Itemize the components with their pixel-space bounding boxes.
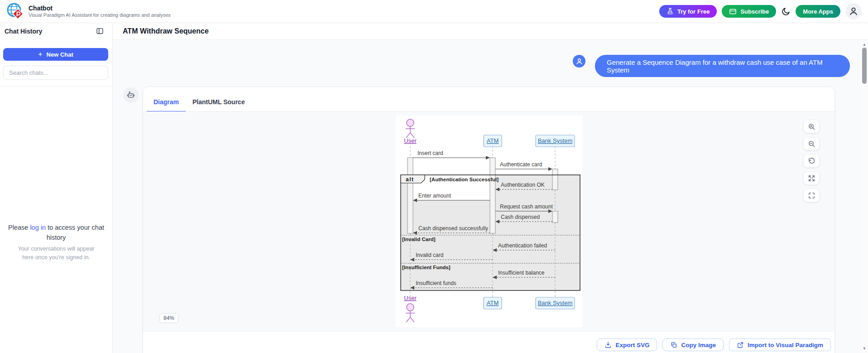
svg-text:Insufficient funds: Insufficient funds xyxy=(416,280,456,286)
vertical-scrollbar: ▲ ▼ xyxy=(861,40,868,353)
zoom-reset-button[interactable] xyxy=(803,154,820,168)
more-apps-button[interactable]: More Apps xyxy=(796,5,840,18)
sidebar-collapse-button[interactable] xyxy=(96,27,104,35)
svg-text:User: User xyxy=(404,295,417,301)
svg-text:Invalid card: Invalid card xyxy=(416,252,443,258)
panel-left-icon xyxy=(96,27,104,35)
copy-image-button[interactable]: Copy Image xyxy=(662,338,724,351)
zoom-controls xyxy=(803,120,820,202)
svg-text:ATM: ATM xyxy=(487,300,499,306)
dark-mode-toggle[interactable] xyxy=(781,7,791,16)
svg-text:Enter amount: Enter amount xyxy=(418,193,451,199)
tab-bar: Diagram PlantUML Source xyxy=(143,87,834,111)
export-svg-button[interactable]: Export SVG xyxy=(597,338,657,351)
svg-text:[Authentication Successful]: [Authentication Successful] xyxy=(430,177,499,182)
robot-icon xyxy=(126,90,136,100)
download-icon xyxy=(604,341,612,348)
login-subtext: Your conversations will appear here once… xyxy=(13,245,99,262)
svg-text:[Invalid Card]: [Invalid Card] xyxy=(402,237,436,242)
user-message-avatar xyxy=(573,55,585,68)
svg-text:alt: alt xyxy=(406,176,414,183)
svg-text:Authenticate card: Authenticate card xyxy=(500,161,542,168)
search-chats-input[interactable] xyxy=(3,66,108,80)
visual-paradigm-logo-icon xyxy=(6,2,24,20)
diagram-actions: Export SVG Copy Image xyxy=(143,332,834,353)
person-icon xyxy=(575,58,583,65)
svg-text:Insert card: Insert card xyxy=(417,150,443,156)
plus-icon: + xyxy=(38,51,42,58)
tab-diagram[interactable]: Diagram xyxy=(147,98,186,112)
svg-text:Bank System: Bank System xyxy=(538,137,573,144)
svg-text:Request cash amount: Request cash amount xyxy=(500,203,553,210)
new-chat-button[interactable]: + New Chat xyxy=(3,48,108,61)
zoom-out-icon xyxy=(808,140,815,148)
import-to-visual-paradigm-button[interactable]: Import to Visual Paradigm xyxy=(729,338,831,351)
scrollbar-thumb[interactable] xyxy=(862,48,867,84)
svg-text:Insufficient balance: Insufficient balance xyxy=(498,270,545,276)
scrollbar-up-arrow[interactable]: ▲ xyxy=(861,42,868,47)
copy-icon xyxy=(670,341,677,348)
credit-card-icon xyxy=(729,8,737,15)
scrollbar-down-arrow[interactable]: ▼ xyxy=(861,346,868,351)
page-title: ATM Withdraw Sequence xyxy=(123,27,209,35)
expand-arrows-icon xyxy=(808,174,815,182)
app-title: Chatbot xyxy=(29,5,171,12)
svg-text:Bank System: Bank System xyxy=(538,300,573,306)
sidebar-title: Chat History xyxy=(5,28,42,35)
person-icon xyxy=(849,6,858,16)
tab-plantuml-source[interactable]: PlantUML Source xyxy=(186,98,252,111)
app-header: Chatbot Visual Paradigm AI Assistant for… xyxy=(0,0,868,23)
try-for-free-button[interactable]: Try for Free xyxy=(659,5,717,18)
fullscreen-button[interactable] xyxy=(803,189,820,202)
chat-history-sidebar: Chat History + New Chat Please log in to… xyxy=(0,23,113,353)
fullscreen-brackets-icon xyxy=(808,192,815,199)
app-subtitle: Visual Paradigm AI Assistant for creatin… xyxy=(29,12,171,18)
main-area: ATM Withdraw Sequence Generate a Sequenc… xyxy=(113,23,868,353)
svg-text:Cash dispensed: Cash dispensed xyxy=(501,214,540,220)
zoom-in-icon xyxy=(808,123,815,131)
flask-icon xyxy=(667,8,674,15)
diagram-canvas[interactable]: Insert cardAuthenticate cardAuthenticati… xyxy=(143,111,834,332)
svg-text:ATM: ATM xyxy=(487,137,499,144)
svg-text:Cash dispensed successfully: Cash dispensed successfully xyxy=(418,225,488,232)
rotate-reset-icon xyxy=(808,157,815,165)
user-message-bubble: Generate a Sequence Diagram for a withdr… xyxy=(595,55,850,77)
sidebar-divider xyxy=(0,86,112,87)
bot-message-avatar xyxy=(123,87,139,103)
account-button[interactable] xyxy=(845,3,862,19)
moon-icon xyxy=(781,7,791,16)
page-title-row: ATM Withdraw Sequence xyxy=(113,23,868,40)
external-link-icon xyxy=(737,341,744,348)
zoom-in-button[interactable] xyxy=(803,120,820,133)
chat-content: Generate a Sequence Diagram for a withdr… xyxy=(113,40,861,353)
fit-to-screen-button[interactable] xyxy=(803,171,820,185)
login-prompt: Please log in to access your chat histor… xyxy=(6,222,106,262)
subscribe-button[interactable]: Subscribe xyxy=(722,5,776,18)
sequence-diagram: Insert cardAuthenticate cardAuthenticati… xyxy=(396,116,582,327)
svg-text:User: User xyxy=(404,137,417,144)
log-in-link[interactable]: log in xyxy=(30,224,46,231)
diagram-result-card: Diagram PlantUML Source Insert cardAuthe… xyxy=(143,87,835,353)
zoom-out-button[interactable] xyxy=(803,137,820,150)
svg-text:Authentication failed: Authentication failed xyxy=(498,242,547,249)
svg-text:[Insufficient Funds]: [Insufficient Funds] xyxy=(402,265,451,270)
zoom-level-badge: 84% xyxy=(159,313,178,323)
svg-text:Authentication OK: Authentication OK xyxy=(501,182,545,188)
